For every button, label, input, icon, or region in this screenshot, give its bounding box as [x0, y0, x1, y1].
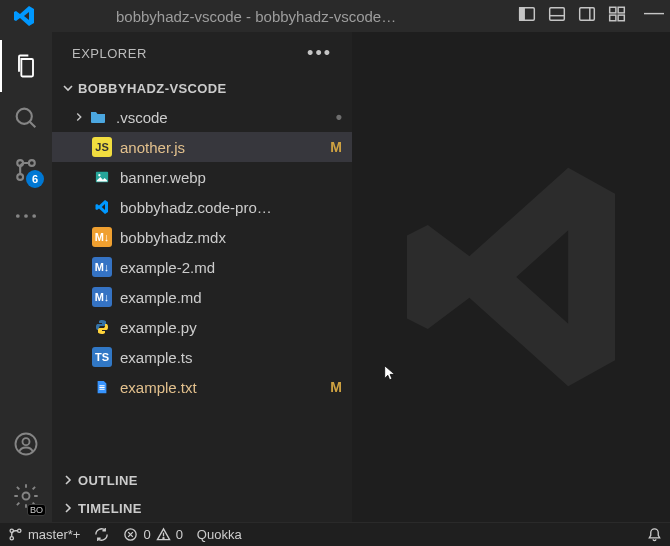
timeline-section-header[interactable]: TIMELINE: [52, 494, 352, 522]
file-row[interactable]: M↓example.md: [52, 282, 352, 312]
chevron-right-icon: [60, 472, 76, 488]
error-icon: [123, 527, 138, 542]
img-file-icon: [92, 167, 112, 187]
toggle-secondary-sidebar-icon[interactable]: [578, 5, 596, 27]
title-bar: bobbyhadz-vscode - bobbyhadz-vscode… —: [0, 0, 670, 32]
customize-layout-icon[interactable]: [608, 5, 626, 27]
file-name: bobbyhadz.mdx: [120, 229, 342, 246]
git-decoration: M: [330, 379, 342, 395]
txt-file-icon: [92, 377, 112, 397]
file-name: bobbyhadz.code-pro…: [120, 199, 342, 216]
explorer-title: EXPLORER: [72, 46, 147, 61]
svg-point-14: [17, 174, 23, 180]
status-problems[interactable]: 0 0: [123, 527, 182, 542]
git-decoration: •: [336, 107, 342, 128]
folder-file-icon: [88, 107, 108, 127]
activity-search[interactable]: [0, 92, 52, 144]
mdx-file-icon: M↓: [92, 227, 112, 247]
status-branch[interactable]: master*+: [8, 527, 80, 542]
warning-icon: [156, 527, 171, 542]
activity-explorer[interactable]: [0, 40, 52, 92]
file-name: .vscode: [116, 109, 330, 126]
vscode-file-icon: [92, 197, 112, 217]
file-row[interactable]: banner.webp: [52, 162, 352, 192]
activity-bar: 6 BO: [0, 32, 52, 522]
branch-icon: [8, 527, 23, 542]
project-section-header[interactable]: BOBBYHADZ-VSCODE: [52, 74, 352, 102]
warning-count: 0: [176, 527, 183, 542]
file-name: another.js: [120, 139, 324, 156]
status-quokka[interactable]: Quokka: [197, 527, 242, 542]
toggle-panel-icon[interactable]: [548, 5, 566, 27]
outline-section-header[interactable]: OUTLINE: [52, 466, 352, 494]
chevron-down-icon: [60, 80, 76, 96]
svg-rect-4: [580, 8, 595, 20]
svg-point-15: [16, 214, 20, 218]
chevron-right-icon: [60, 500, 76, 516]
status-bar: master*+ 0 0 Quokka: [0, 522, 670, 546]
manage-badge: BO: [27, 504, 46, 516]
svg-rect-2: [550, 8, 565, 20]
md-file-icon: M↓: [92, 287, 112, 307]
svg-point-22: [98, 174, 100, 176]
file-row[interactable]: M↓bobbyhadz.mdx: [52, 222, 352, 252]
js-file-icon: JS: [92, 137, 112, 157]
py-file-icon: [92, 317, 112, 337]
activity-accounts[interactable]: [0, 418, 52, 470]
editor-area: [352, 32, 670, 522]
md-file-icon: M↓: [92, 257, 112, 277]
svg-point-17: [32, 214, 36, 218]
svg-point-19: [23, 438, 30, 445]
svg-point-24: [10, 537, 13, 540]
status-sync[interactable]: [94, 527, 109, 542]
file-row[interactable]: bobbyhadz.code-pro…: [52, 192, 352, 222]
svg-rect-6: [610, 7, 616, 13]
svg-point-20: [23, 493, 30, 500]
file-name: example.py: [120, 319, 342, 336]
activity-more[interactable]: [0, 196, 52, 236]
svg-point-10: [17, 109, 32, 124]
file-name: banner.webp: [120, 169, 342, 186]
svg-point-12: [29, 160, 35, 166]
activity-manage[interactable]: BO: [0, 470, 52, 522]
bell-icon: [647, 527, 662, 542]
svg-point-25: [18, 529, 21, 532]
svg-point-28: [163, 538, 164, 539]
explorer-more-icon[interactable]: •••: [307, 43, 332, 64]
file-name: example-2.md: [120, 259, 342, 276]
sync-icon: [94, 527, 109, 542]
file-row[interactable]: M↓example-2.md: [52, 252, 352, 282]
git-decoration: M: [330, 139, 342, 155]
layout-controls: [518, 5, 626, 27]
explorer-sidebar: EXPLORER ••• BOBBYHADZ-VSCODE .vscode•JS…: [52, 32, 352, 522]
vscode-logo-icon: [12, 4, 36, 28]
file-name: example.ts: [120, 349, 342, 366]
activity-source-control[interactable]: 6: [0, 144, 52, 196]
svg-rect-9: [618, 15, 624, 21]
file-row[interactable]: example.txtM: [52, 372, 352, 402]
toggle-primary-sidebar-icon[interactable]: [518, 5, 536, 27]
svg-rect-1: [520, 8, 525, 20]
vscode-watermark-icon: [381, 147, 641, 407]
file-row[interactable]: JSanother.jsM: [52, 132, 352, 162]
svg-line-11: [30, 122, 36, 128]
ts-file-icon: TS: [92, 347, 112, 367]
svg-point-16: [24, 214, 28, 218]
window-title: bobbyhadz-vscode - bobbyhadz-vscode…: [116, 8, 396, 25]
branch-name: master*+: [28, 527, 80, 542]
file-tree: .vscode•JSanother.jsMbanner.webpbobbyhad…: [52, 102, 352, 466]
timeline-label: TIMELINE: [78, 501, 142, 516]
scm-badge: 6: [26, 170, 44, 188]
svg-rect-8: [610, 15, 616, 21]
file-row[interactable]: TSexample.ts: [52, 342, 352, 372]
folder-row[interactable]: .vscode•: [52, 102, 352, 132]
explorer-header: EXPLORER •••: [52, 32, 352, 74]
minimize-icon[interactable]: —: [644, 1, 664, 24]
file-row[interactable]: example.py: [52, 312, 352, 342]
outline-label: OUTLINE: [78, 473, 138, 488]
file-name: example.md: [120, 289, 342, 306]
file-name: example.txt: [120, 379, 324, 396]
status-notifications[interactable]: [647, 527, 662, 542]
chevron-right-icon: [70, 110, 88, 124]
project-name: BOBBYHADZ-VSCODE: [78, 81, 227, 96]
